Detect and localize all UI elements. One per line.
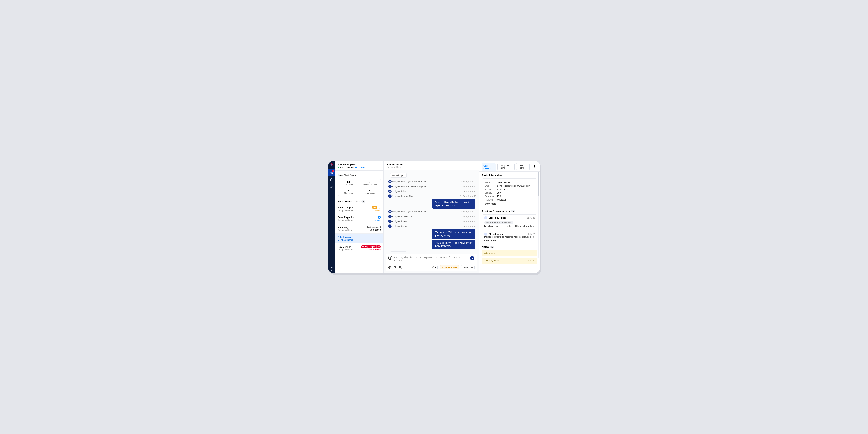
details-body: Basic Information NameSteve CooperEmails… <box>479 172 540 273</box>
quick-response-button[interactable]: { } <box>389 256 392 259</box>
send-button[interactable] <box>470 256 474 260</box>
details-panel: User Details Company Name Task Name ⋮ Ba… <box>479 161 540 273</box>
headset-icon <box>432 266 435 268</box>
nav-rail: 3 <box>328 161 335 273</box>
app-logo <box>329 162 334 167</box>
svg-point-14 <box>390 211 391 212</box>
timeline-event: Assigned to team1:16 AM, 6 Nov, 20 <box>386 219 476 223</box>
svg-point-13 <box>390 211 390 212</box>
group-icon <box>388 210 392 213</box>
info-row: Emailsteve.cooper@companyname.com <box>485 184 534 188</box>
agent-message: "You are next!" We'll be reviewing your … <box>432 240 475 249</box>
tab-user-details[interactable]: User Details <box>482 163 496 172</box>
close-chat-button[interactable]: Close Chat <box>461 265 475 270</box>
nav-chats[interactable]: 3 <box>328 169 335 176</box>
nav-workspace[interactable] <box>328 176 335 183</box>
info-row: PlatformWhatsapp <box>485 198 534 202</box>
svg-point-18 <box>390 221 391 221</box>
conversation-item[interactable]: Closed by you1 Jul 20Details of issue to… <box>482 231 537 244</box>
nav-team[interactable] <box>328 183 335 190</box>
prev-conv-count: 5 <box>511 210 515 213</box>
sidebar: Steve Cooper▾ You are online Go offline … <box>335 161 384 273</box>
assign-icon[interactable] <box>388 266 391 269</box>
user-chip: contact agent <box>390 173 407 178</box>
svg-point-22 <box>389 267 390 268</box>
waiting-for-user-button[interactable]: Waiting for User <box>440 265 459 270</box>
timeline-event: Assigned from MedhaAnand to gogo1:16 AM,… <box>386 185 476 188</box>
transfer-button[interactable]: ▸ <box>431 265 438 270</box>
tab-task[interactable]: Task Name <box>516 163 530 170</box>
contact-company: Company Name <box>387 166 476 168</box>
svg-point-20 <box>390 226 391 226</box>
agent-name-dropdown[interactable]: Steve Cooper▾ <box>338 163 381 166</box>
timeline-event: Assigned to Team 1101:16 AM, 6 Nov, 20 <box>386 215 476 218</box>
agent-header: Steve Cooper▾ You are online Go offline <box>335 161 383 170</box>
tab-more-menu[interactable]: ⋮ <box>531 164 537 170</box>
svg-point-3 <box>331 268 332 269</box>
note-item[interactable]: Added by prince 15 Jul 20 <box>482 258 537 264</box>
stats-title: Live Chat Stats <box>338 174 381 177</box>
chat-list-item[interactable]: Steve CooperCompany NameNew130sec <box>335 204 383 214</box>
agent-status: You are online Go offline <box>338 166 381 169</box>
conversation-item[interactable]: Closed by Prince11 Jul 20Name of Issue t… <box>482 214 537 229</box>
avatar-icon <box>484 232 487 236</box>
svg-rect-8 <box>390 191 391 192</box>
basic-info-card: NameSteve CooperEmailsteve.cooper@compan… <box>482 179 537 208</box>
svg-point-19 <box>390 226 390 226</box>
svg-point-12 <box>390 196 391 196</box>
show-more-link[interactable]: Show more <box>485 203 496 205</box>
attachment-icon[interactable]: 0 <box>398 266 402 269</box>
svg-point-17 <box>390 221 390 221</box>
group-icon <box>388 215 392 218</box>
svg-rect-0 <box>330 179 333 181</box>
timeline-event: Assigned from gogo to MedhaAnand1:16 AM,… <box>386 180 476 184</box>
group-icon <box>388 224 392 228</box>
stat-cell: 7Waiting for user <box>359 179 381 187</box>
avatar-icon <box>484 216 487 219</box>
svg-point-4 <box>390 181 390 182</box>
scrollbar[interactable] <box>538 172 539 258</box>
notes-icon[interactable] <box>393 266 396 269</box>
chat-list-item[interactable]: John ReynoldsCompany Name345sec <box>335 214 383 224</box>
group-icon <box>388 185 392 188</box>
live-chat-stats: Live Chat Stats 23Completed7Waiting for … <box>335 170 383 197</box>
timeline-event: Assigned to Team None1:16 AM, 6 Nov, 20 <box>386 194 476 198</box>
agent-message: "You are next!" We'll be reviewing your … <box>432 229 475 239</box>
show-more-link[interactable]: Show more <box>484 240 496 242</box>
notes-count: 1 <box>490 246 494 248</box>
chat-list-item[interactable]: Alice MayCompany NameLast messaged1min 2… <box>335 224 383 234</box>
svg-point-11 <box>390 196 390 196</box>
svg-point-7 <box>390 186 391 186</box>
add-note-input[interactable]: Add a note <box>482 250 537 256</box>
info-row: Phone9819201234 <box>485 188 534 191</box>
go-offline-link[interactable]: Go offline <box>355 166 365 169</box>
composer: { } Start typing for quick responses or … <box>386 254 477 271</box>
timeline-event: Assigned to team1:16 AM, 6 Nov, 20 <box>386 224 476 228</box>
info-row: CountryUSA <box>485 191 534 195</box>
svg-point-2 <box>332 186 333 187</box>
group-icon <box>388 194 392 198</box>
active-count-badge: 5 <box>362 200 365 203</box>
svg-point-6 <box>390 186 390 186</box>
svg-point-5 <box>390 181 391 182</box>
message-thread[interactable]: contact agentAssigned from gogo to Medha… <box>384 170 479 252</box>
message-input[interactable]: Start typing for quick responses or pres… <box>394 256 468 262</box>
contact-name: Steve Cooper <box>387 163 476 166</box>
agent-message: Please hold on while I get an expert to … <box>432 199 475 209</box>
online-dot-icon <box>338 167 339 168</box>
chat-list-item[interactable]: Ray DensonCompany NameWaiting longest885… <box>335 243 383 253</box>
hand-logo-icon <box>329 162 334 167</box>
conversation-panel: Steve Cooper Company Name contact agentA… <box>384 161 479 273</box>
conversation-header: Steve Cooper Company Name <box>384 161 479 170</box>
bot-icon <box>388 190 392 193</box>
tab-company[interactable]: Company Name <box>497 163 515 170</box>
details-tabs: User Details Company Name Task Name ⋮ <box>479 161 540 172</box>
info-row: TimezonePTR <box>485 195 534 198</box>
info-row: NameSteve Cooper <box>485 181 534 184</box>
timeline-event: Assigned to bot1:16 AM, 6 Nov, 20 <box>386 189 476 193</box>
basic-info-title: Basic Information <box>482 174 537 177</box>
group-icon <box>388 220 392 223</box>
nav-profile[interactable] <box>330 267 333 271</box>
chat-list-item[interactable]: Rita EggsbyCompany Name <box>335 234 383 243</box>
prev-conv-title: Previous Conversations <box>482 210 510 213</box>
